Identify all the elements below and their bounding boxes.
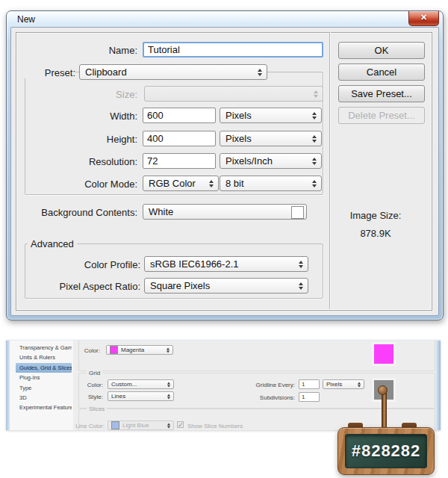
height-label: Height: xyxy=(22,134,137,145)
guides-color-swatch-icon xyxy=(110,346,118,354)
dropdown-stepper-icon xyxy=(167,382,170,387)
grid-legend: Grid xyxy=(87,370,102,376)
width-unit-dropdown[interactable]: Pixels xyxy=(220,108,322,123)
dropdown-stepper-icon xyxy=(167,423,170,428)
color-mode-label: Color Mode: xyxy=(22,179,137,190)
delete-preset-button: Delete Preset... xyxy=(338,107,425,124)
sidebar-item-experimental-features[interactable]: Experimental Features xyxy=(16,403,72,412)
dropdown-stepper-icon xyxy=(312,135,317,143)
hex-color-value: #828282 xyxy=(352,441,421,461)
size-dropdown xyxy=(144,86,323,102)
pixel-aspect-ratio-label: Pixel Aspect Ratio: xyxy=(22,281,140,292)
show-slice-numbers-checkbox: ✓ xyxy=(177,421,184,428)
chalkboard-surface: #828282 xyxy=(345,434,427,468)
line-color-label: Line Color: xyxy=(48,423,105,429)
color-mode-dropdown[interactable]: RGB Color xyxy=(143,176,219,191)
pointer-stick-knob xyxy=(378,385,388,395)
size-label: Size: xyxy=(22,89,137,100)
image-size-value: 878.9K xyxy=(326,228,425,239)
new-document-dialog: New ✕ Name: Preset: Clipboard Size: Widt… xyxy=(6,10,444,320)
resolution-label: Resolution: xyxy=(22,156,137,167)
dialog-title: New xyxy=(17,14,35,25)
subdivisions-input[interactable] xyxy=(299,392,320,402)
preset-dropdown[interactable]: Clipboard xyxy=(79,64,267,80)
sidebar-item-units-rulers[interactable]: Units & Rulers xyxy=(16,353,72,362)
dropdown-stepper-icon xyxy=(312,180,317,187)
grid-color-label: Color: xyxy=(55,382,103,388)
show-slice-numbers-label: Show Slice Numbers xyxy=(187,423,255,429)
dropdown-stepper-icon xyxy=(358,382,361,387)
cancel-button[interactable]: Cancel xyxy=(338,63,425,81)
height-unit-dropdown[interactable]: Pixels xyxy=(220,131,322,146)
grid-style-dropdown[interactable]: Lines xyxy=(108,391,174,401)
resolution-input[interactable] xyxy=(143,153,216,169)
guides-color-dropdown[interactable]: Magenta xyxy=(106,345,173,355)
line-color-dropdown: Light Blue xyxy=(108,420,174,430)
resolution-unit-dropdown[interactable]: Pixels/Inch xyxy=(220,153,322,169)
gridline-unit-dropdown[interactable]: Pixels xyxy=(323,379,364,389)
sidebar-item-guides-grid-slices[interactable]: Guides, Grid & Slices xyxy=(16,363,72,373)
name-label: Name: xyxy=(22,45,137,56)
gridline-every-input[interactable] xyxy=(299,379,320,389)
advanced-legend: Advanced xyxy=(28,238,77,249)
grid-style-label: Style: xyxy=(55,394,103,400)
color-profile-label: Color Profile: xyxy=(22,259,140,270)
ok-button[interactable]: OK xyxy=(338,42,425,59)
dropdown-stepper-icon xyxy=(314,90,318,98)
guides-color-label: Color: xyxy=(55,347,100,354)
width-label: Width: xyxy=(22,111,137,122)
bit-depth-dropdown[interactable]: 8 bit xyxy=(220,176,322,191)
dropdown-stepper-icon xyxy=(258,69,262,76)
dropdown-stepper-icon xyxy=(299,261,303,268)
checkmark-icon: ✓ xyxy=(178,421,184,429)
chalkboard-sign: #828282 xyxy=(337,427,435,475)
vertical-divider xyxy=(329,32,330,309)
dropdown-stepper-icon xyxy=(299,282,303,290)
preferences-panel: Transparency & Gamut Units & Rulers Guid… xyxy=(6,340,441,430)
pointer-stick xyxy=(382,391,387,429)
background-color-swatch[interactable] xyxy=(291,206,304,219)
color-profile-dropdown[interactable]: sRGB IEC61966-2.1 xyxy=(144,256,308,272)
panel-right-edge xyxy=(435,341,441,430)
height-input[interactable] xyxy=(143,131,216,146)
pixel-aspect-ratio-dropdown[interactable]: Square Pixels xyxy=(144,278,308,294)
dropdown-stepper-icon xyxy=(312,112,317,120)
subdivisions-label: Subdivisions: xyxy=(219,394,295,401)
name-input[interactable] xyxy=(143,42,323,58)
gridline-every-label: Gridline Every: xyxy=(219,382,295,388)
width-input[interactable] xyxy=(143,108,216,123)
slices-legend: Slices xyxy=(87,406,107,412)
dropdown-stepper-icon xyxy=(312,158,317,165)
dropdown-stepper-icon xyxy=(209,180,214,187)
image-size-label: Image Size: xyxy=(326,210,425,221)
save-preset-button[interactable]: Save Preset... xyxy=(338,85,425,102)
background-contents-label: Background Contents: xyxy=(16,207,137,218)
close-icon: ✕ xyxy=(420,13,427,22)
preset-label: Preset: xyxy=(22,67,75,78)
dropdown-stepper-icon xyxy=(167,394,170,399)
magenta-guide-swatch xyxy=(374,344,393,364)
line-color-swatch-icon xyxy=(111,421,119,429)
dropdown-stepper-icon xyxy=(167,347,169,353)
background-contents-dropdown[interactable]: White xyxy=(143,204,307,220)
close-button[interactable]: ✕ xyxy=(408,11,439,26)
grid-color-dropdown[interactable]: Custom... xyxy=(108,379,174,389)
